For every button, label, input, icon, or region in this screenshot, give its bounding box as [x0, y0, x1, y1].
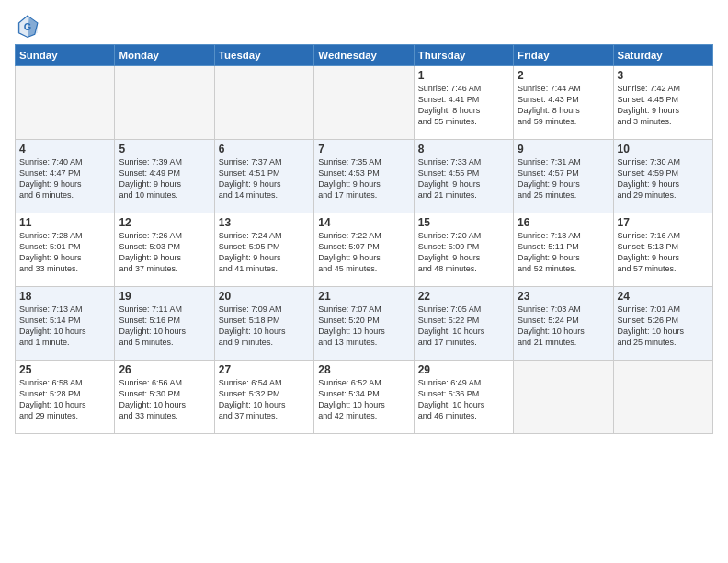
calendar-page: G SundayMondayTuesdayWednesdayThursdayFr…	[0, 0, 728, 443]
day-cell: 24Sunrise: 7:01 AMSunset: 5:26 PMDayligh…	[613, 287, 712, 361]
day-info: Sunrise: 7:05 AMSunset: 5:22 PMDaylight:…	[418, 304, 509, 349]
logo-icon: G	[15, 13, 40, 39]
day-number: 14	[318, 216, 409, 229]
day-number: 5	[119, 143, 210, 155]
day-cell: 22Sunrise: 7:05 AMSunset: 5:22 PMDayligh…	[414, 287, 513, 361]
day-info: Sunrise: 7:16 AMSunset: 5:13 PMDaylight:…	[618, 230, 709, 275]
day-info: Sunrise: 7:46 AMSunset: 4:41 PMDaylight:…	[418, 83, 509, 128]
week-row-3: 11Sunrise: 7:28 AMSunset: 5:01 PMDayligh…	[16, 213, 713, 287]
day-info: Sunrise: 7:13 AMSunset: 5:14 PMDaylight:…	[19, 304, 110, 349]
day-info: Sunrise: 7:42 AMSunset: 4:45 PMDaylight:…	[618, 83, 709, 128]
day-info: Sunrise: 7:30 AMSunset: 4:59 PMDaylight:…	[618, 156, 709, 201]
day-info: Sunrise: 7:35 AMSunset: 4:53 PMDaylight:…	[318, 156, 409, 201]
day-number: 17	[618, 216, 709, 229]
day-info: Sunrise: 6:49 AMSunset: 5:36 PMDaylight:…	[418, 377, 509, 422]
day-cell: 5Sunrise: 7:39 AMSunset: 4:49 PMDaylight…	[115, 140, 214, 213]
day-cell: 20Sunrise: 7:09 AMSunset: 5:18 PMDayligh…	[214, 287, 313, 361]
day-cell	[214, 66, 313, 140]
day-cell: 10Sunrise: 7:30 AMSunset: 4:59 PMDayligh…	[613, 140, 712, 213]
col-header-thursday: Thursday	[414, 45, 513, 66]
day-cell: 11Sunrise: 7:28 AMSunset: 5:01 PMDayligh…	[16, 213, 115, 287]
header: G	[15, 13, 713, 39]
day-number: 15	[418, 216, 509, 229]
day-cell: 27Sunrise: 6:54 AMSunset: 5:32 PMDayligh…	[214, 361, 313, 434]
day-info: Sunrise: 7:24 AMSunset: 5:05 PMDaylight:…	[219, 230, 310, 275]
day-cell: 28Sunrise: 6:52 AMSunset: 5:34 PMDayligh…	[314, 361, 414, 434]
day-cell: 17Sunrise: 7:16 AMSunset: 5:13 PMDayligh…	[613, 213, 712, 287]
week-row-5: 25Sunrise: 6:58 AMSunset: 5:28 PMDayligh…	[16, 361, 713, 434]
day-info: Sunrise: 7:31 AMSunset: 4:57 PMDaylight:…	[518, 156, 609, 201]
svg-text:G: G	[24, 21, 31, 32]
day-cell	[314, 66, 414, 140]
day-number: 1	[418, 69, 509, 82]
day-cell: 9Sunrise: 7:31 AMSunset: 4:57 PMDaylight…	[514, 140, 613, 213]
day-info: Sunrise: 6:52 AMSunset: 5:34 PMDaylight:…	[318, 377, 409, 422]
day-info: Sunrise: 7:03 AMSunset: 5:24 PMDaylight:…	[518, 304, 609, 349]
day-cell: 21Sunrise: 7:07 AMSunset: 5:20 PMDayligh…	[314, 287, 414, 361]
day-number: 8	[418, 143, 509, 155]
day-cell: 2Sunrise: 7:44 AMSunset: 4:43 PMDaylight…	[514, 66, 613, 140]
day-number: 26	[119, 363, 210, 376]
col-header-tuesday: Tuesday	[214, 45, 313, 66]
day-number: 12	[119, 216, 210, 229]
day-info: Sunrise: 6:56 AMSunset: 5:30 PMDaylight:…	[119, 377, 210, 422]
day-cell: 12Sunrise: 7:26 AMSunset: 5:03 PMDayligh…	[115, 213, 214, 287]
logo: G	[15, 13, 44, 39]
day-cell	[115, 66, 214, 140]
calendar-table: SundayMondayTuesdayWednesdayThursdayFrid…	[15, 44, 713, 434]
day-info: Sunrise: 7:26 AMSunset: 5:03 PMDaylight:…	[119, 230, 210, 275]
day-number: 19	[119, 290, 210, 303]
day-number: 28	[318, 363, 409, 376]
day-info: Sunrise: 7:07 AMSunset: 5:20 PMDaylight:…	[318, 304, 409, 349]
day-cell: 3Sunrise: 7:42 AMSunset: 4:45 PMDaylight…	[613, 66, 712, 140]
day-info: Sunrise: 7:40 AMSunset: 4:47 PMDaylight:…	[19, 156, 110, 201]
day-number: 18	[19, 290, 110, 303]
day-info: Sunrise: 7:39 AMSunset: 4:49 PMDaylight:…	[119, 156, 210, 201]
day-cell: 23Sunrise: 7:03 AMSunset: 5:24 PMDayligh…	[514, 287, 613, 361]
day-cell: 19Sunrise: 7:11 AMSunset: 5:16 PMDayligh…	[115, 287, 214, 361]
day-info: Sunrise: 6:54 AMSunset: 5:32 PMDaylight:…	[219, 377, 310, 422]
header-row: SundayMondayTuesdayWednesdayThursdayFrid…	[16, 45, 713, 66]
day-number: 24	[618, 290, 709, 303]
day-number: 13	[219, 216, 310, 229]
col-header-saturday: Saturday	[613, 45, 712, 66]
day-info: Sunrise: 7:33 AMSunset: 4:55 PMDaylight:…	[418, 156, 509, 201]
day-cell	[613, 361, 712, 434]
day-info: Sunrise: 7:20 AMSunset: 5:09 PMDaylight:…	[418, 230, 509, 275]
day-number: 11	[19, 216, 110, 229]
day-cell	[514, 361, 613, 434]
day-number: 21	[318, 290, 409, 303]
week-row-1: 1Sunrise: 7:46 AMSunset: 4:41 PMDaylight…	[16, 66, 713, 140]
day-cell: 13Sunrise: 7:24 AMSunset: 5:05 PMDayligh…	[214, 213, 313, 287]
week-row-2: 4Sunrise: 7:40 AMSunset: 4:47 PMDaylight…	[16, 140, 713, 213]
day-info: Sunrise: 7:01 AMSunset: 5:26 PMDaylight:…	[618, 304, 709, 349]
day-number: 29	[418, 363, 509, 376]
day-cell: 8Sunrise: 7:33 AMSunset: 4:55 PMDaylight…	[414, 140, 513, 213]
col-header-wednesday: Wednesday	[314, 45, 414, 66]
day-cell: 29Sunrise: 6:49 AMSunset: 5:36 PMDayligh…	[414, 361, 513, 434]
col-header-monday: Monday	[115, 45, 214, 66]
day-cell: 7Sunrise: 7:35 AMSunset: 4:53 PMDaylight…	[314, 140, 414, 213]
day-cell	[16, 66, 115, 140]
col-header-friday: Friday	[514, 45, 613, 66]
day-number: 2	[518, 69, 609, 82]
week-row-4: 18Sunrise: 7:13 AMSunset: 5:14 PMDayligh…	[16, 287, 713, 361]
day-info: Sunrise: 7:11 AMSunset: 5:16 PMDaylight:…	[119, 304, 210, 349]
day-info: Sunrise: 7:09 AMSunset: 5:18 PMDaylight:…	[219, 304, 310, 349]
day-number: 22	[418, 290, 509, 303]
day-info: Sunrise: 6:58 AMSunset: 5:28 PMDaylight:…	[19, 377, 110, 422]
day-info: Sunrise: 7:44 AMSunset: 4:43 PMDaylight:…	[518, 83, 609, 128]
day-cell: 1Sunrise: 7:46 AMSunset: 4:41 PMDaylight…	[414, 66, 513, 140]
day-cell: 26Sunrise: 6:56 AMSunset: 5:30 PMDayligh…	[115, 361, 214, 434]
day-number: 7	[318, 143, 409, 155]
day-number: 4	[19, 143, 110, 155]
day-info: Sunrise: 7:28 AMSunset: 5:01 PMDaylight:…	[19, 230, 110, 275]
day-number: 25	[19, 363, 110, 376]
day-cell: 14Sunrise: 7:22 AMSunset: 5:07 PMDayligh…	[314, 213, 414, 287]
day-number: 20	[219, 290, 310, 303]
day-cell: 15Sunrise: 7:20 AMSunset: 5:09 PMDayligh…	[414, 213, 513, 287]
day-cell: 16Sunrise: 7:18 AMSunset: 5:11 PMDayligh…	[514, 213, 613, 287]
col-header-sunday: Sunday	[16, 45, 115, 66]
day-info: Sunrise: 7:18 AMSunset: 5:11 PMDaylight:…	[518, 230, 609, 275]
day-cell: 25Sunrise: 6:58 AMSunset: 5:28 PMDayligh…	[16, 361, 115, 434]
